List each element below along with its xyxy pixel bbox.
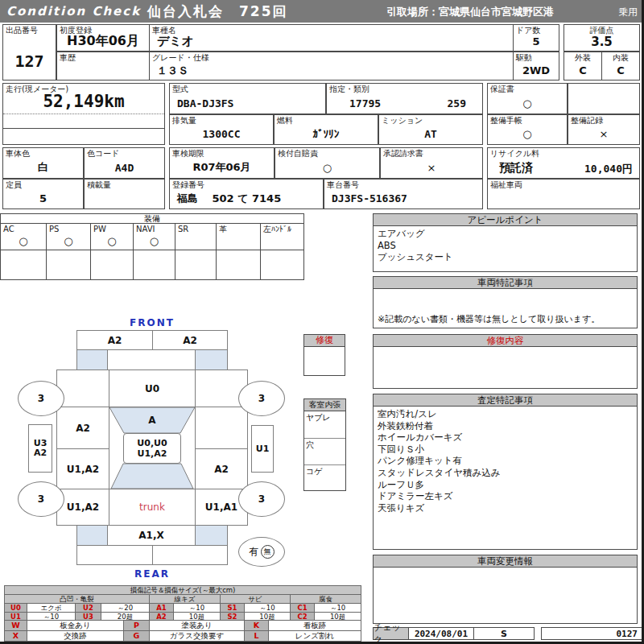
displacement-label: 排気量 (172, 116, 196, 125)
legend-group: 線キズ (150, 595, 221, 604)
front-left-corner (76, 349, 108, 370)
repair-history-mark: 有 無 (238, 537, 285, 567)
history-cell: 車歴 (56, 52, 150, 80)
left-side-strip: U3 A2 (28, 424, 52, 473)
assessment-line: ルーフＵ多 (378, 479, 633, 491)
change-info-box: 車両変更情報 (373, 555, 638, 624)
doors-value: 5 (514, 32, 559, 50)
legend-code: U2 (76, 604, 101, 613)
equipment-empty-cell (175, 250, 217, 280)
maintenance-book-cell: 整備手帳 ○ (487, 114, 568, 145)
equipment-value (261, 233, 303, 249)
insurance-label: 検付自賠責 (278, 149, 318, 158)
grade-label: グレード・仕様 (152, 53, 209, 62)
legend-code: G (124, 631, 150, 642)
equipment-value: ○ (134, 233, 175, 249)
assessment-line: 外装鉄粉付着 (378, 420, 633, 432)
legend-desc: ～10 (245, 604, 291, 613)
chassis-number-label: 車台番号 (327, 180, 359, 189)
chassis-number-cell: 車台番号 DJ3FS-516367 (324, 179, 483, 209)
appeal-line: プッシュスタート (378, 251, 633, 263)
equipment-value (175, 233, 216, 249)
condition-check-sheet: Condition Check 仙台入札会 725回 引取場所：宮城県仙台市宮城… (0, 0, 644, 644)
first-registration-cell: 初度登録 H30年06月 (56, 24, 150, 52)
legend-desc: ガラス交換要す (150, 631, 245, 642)
displacement-value: 1300CC (170, 125, 273, 143)
welfare-vehicle-cell: 福祉車両 (487, 179, 640, 209)
exterior-grade-label: 外装 (564, 53, 601, 62)
assessment-line: パンク修理キット有 (378, 455, 633, 467)
registration-number-value: 福島 502 て 7145 (170, 189, 323, 208)
equipment-empty-cell (133, 250, 175, 280)
vehicle-notes-body: ※記載のない書類・機器等は無しとして取り扱います。 (374, 289, 637, 328)
equipment-label: 左ﾊﾝﾄﾞﾙ (263, 225, 291, 233)
hood-panel: U0 (109, 369, 196, 407)
divider (3, 128, 164, 129)
equipment-cell-ps: PS ○ (46, 223, 91, 250)
assessment-notes-title: 査定特記事項 (374, 394, 637, 407)
windshield-panel: A (109, 407, 196, 434)
warranty-book-label: 保証書 (490, 85, 514, 93)
equipment-empty-cell (216, 250, 261, 280)
cabin-interior-box: 客室内張 ヤブレ 穴 コゲ (303, 398, 346, 491)
equipment-empty-cell (46, 250, 91, 280)
rear-left-wheel: 3 (18, 481, 64, 517)
grade-cell: グレード・仕様 １３Ｓ (149, 52, 514, 80)
divider (3, 114, 164, 114)
change-info-title: 車両変更情報 (374, 555, 637, 568)
legend-desc: 板金あり (27, 621, 124, 631)
exterior-grade-cell: 外装 C (564, 52, 602, 80)
maintenance-record-cell: 整備記録 × (568, 114, 640, 145)
designation-cell: 指定・類別 17795 259 (326, 83, 483, 114)
equipment-cell-ac: AC ○ (0, 223, 47, 250)
rear-left-corner (76, 525, 108, 546)
left-fender-panel: A2 (56, 407, 109, 449)
legend-code: P (124, 621, 150, 631)
left-rear-quarter-panel: U1,A2 (56, 489, 109, 526)
warranty-book-value: ○ (488, 93, 567, 113)
check-number: 0127 (541, 627, 642, 640)
interior-grade-value: C (602, 62, 639, 79)
left-front-fender-panel (56, 369, 109, 407)
legend-desc: 看板跡 (269, 621, 361, 631)
equipment-cell-lhd: 左ﾊﾝﾄﾞﾙ (260, 223, 304, 250)
check-label: チェック (373, 627, 409, 640)
designation-number: 17795 (349, 97, 381, 109)
equipment-cell-navi: NAVI ○ (133, 223, 175, 250)
history-yes-text: 有 (250, 545, 259, 559)
legend-group: 凸凹・亀裂 (5, 595, 150, 604)
model-code-value: DBA-DJ3FS (170, 93, 325, 113)
equipment-cell-pw: PW ○ (90, 223, 134, 250)
transmission-value: AT (379, 125, 482, 143)
front-right-wheel: 3 (238, 381, 285, 416)
rear-right-corner (195, 525, 228, 546)
equipment-empty-cell (260, 250, 304, 280)
legend-code: C1 (291, 604, 315, 613)
front-bumper-left-panel: A2 (76, 330, 153, 350)
cabin-interior-title: 客室内張 (304, 399, 345, 411)
front-cowl-panel (107, 349, 196, 370)
equipment-value: ○ (1, 233, 46, 249)
exterior-grade-value: C (564, 62, 601, 79)
designation-label: 指定・類別 (329, 85, 369, 93)
transmission-cell: ミッション AT (378, 114, 483, 145)
pickup-location: 引取場所：宮城県仙台市宮城野区港 (386, 5, 554, 19)
damage-legend-table: 損傷記号＆損傷サイズ(～最大cm) 凸凹・亀裂 線キズ サビ 腐食 U0 エクボ… (4, 585, 361, 621)
equipment-value: ○ (91, 233, 133, 249)
equipment-cell-sr: SR (175, 223, 217, 250)
legend-group: サビ (221, 595, 291, 604)
recycle-fee-amount: 10,040円 (584, 162, 633, 176)
assessment-line: ホイールカバーキズ (378, 431, 633, 444)
equipment-value (217, 233, 260, 249)
fuel-cell: 燃料 ｶﾞｿﾘﾝ (274, 114, 378, 145)
load-capacity-value (85, 189, 164, 208)
body-color-label: 車体色 (6, 149, 30, 158)
color-code-value: A4D (85, 158, 164, 177)
equipment-value: ○ (47, 233, 90, 249)
legend-code: K (245, 621, 269, 631)
welfare-vehicle-label: 福祉車両 (490, 180, 522, 189)
assessment-line: 天張りキズ (378, 502, 633, 514)
equipment-title: 装備 (1, 214, 303, 223)
load-capacity-cell: 積載量 (84, 179, 165, 209)
history-value (57, 62, 149, 79)
